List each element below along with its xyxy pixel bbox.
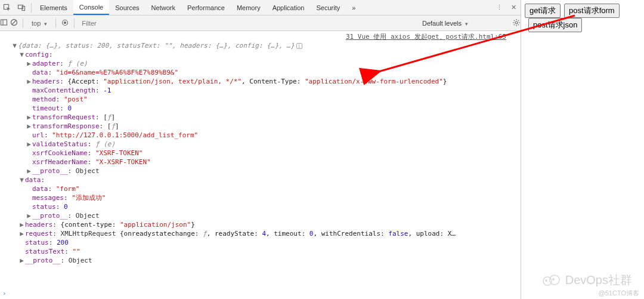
tab-performance[interactable]: Performance	[181, 0, 231, 15]
devtools-tabs: ElementsConsoleSourcesNetworkPerformance…	[34, 0, 346, 15]
inspect-icon[interactable]	[0, 0, 14, 15]
console-line[interactable]: ▶transformResponse: [ƒ]	[12, 122, 521, 131]
console-line: data: "id=6&name=%E7%A6%8F%E7%89%B9&"	[12, 68, 521, 77]
context-selector[interactable]: top	[28, 20, 51, 27]
settings-gear-icon[interactable]	[512, 19, 521, 28]
kebab-menu-icon[interactable]: ⋮	[492, 0, 506, 15]
console-line[interactable]: ▶__proto__: Object	[12, 211, 521, 220]
tab-memory[interactable]: Memory	[231, 0, 267, 15]
page-content: get请求post请求formpost请求json	[521, 0, 644, 299]
watermark: DevOps社群	[541, 272, 632, 288]
console-output: 31 Vue 使用 axios 发起get、post请求.html:65 ▼{d…	[0, 31, 521, 299]
toggle-sidebar-icon[interactable]	[0, 19, 8, 27]
console-line: xsrfHeaderName: "X-XSRF-TOKEN"	[12, 158, 521, 167]
tab-application[interactable]: Application	[267, 0, 311, 15]
console-line: method: "post"	[12, 95, 521, 104]
devtools-panel: ElementsConsoleSourcesNetworkPerformance…	[0, 0, 521, 299]
console-line[interactable]: ▶adapter: ƒ (e)	[12, 59, 521, 68]
svg-point-8	[64, 21, 66, 23]
console-toolbar: top Default levels	[0, 16, 521, 31]
source-link[interactable]: 31 Vue 使用 axios 发起get、post请求.html:65	[0, 32, 521, 41]
page-button[interactable]: get请求	[525, 4, 561, 18]
console-line[interactable]: ▼{data: {…}, status: 200, statusText: ""…	[12, 41, 521, 50]
tab-security[interactable]: Security	[310, 0, 346, 15]
more-tabs[interactable]: »	[346, 4, 361, 11]
svg-rect-3	[1, 20, 7, 25]
page-button-row: get请求post请求formpost请求json	[525, 4, 640, 32]
page-button[interactable]: post请求json	[528, 18, 582, 32]
console-line[interactable]: ▶request: XMLHttpRequest {onreadystatech…	[12, 229, 521, 238]
tab-elements[interactable]: Elements	[34, 0, 73, 15]
svg-point-13	[546, 280, 547, 281]
console-line[interactable]: ▼config:	[12, 50, 521, 59]
console-line[interactable]: ▶validateStatus: ƒ (e)	[12, 140, 521, 149]
clear-console-icon[interactable]	[10, 19, 18, 27]
console-line: status: 200	[12, 238, 521, 247]
device-toggle-icon[interactable]	[14, 0, 29, 15]
devtools-topbar: ElementsConsoleSourcesNetworkPerformance…	[0, 0, 521, 16]
console-line: maxContentLength: -1	[12, 86, 521, 95]
console-line: xsrfCookieName: "XSRF-TOKEN"	[12, 149, 521, 158]
console-line: url: "http://127.0.0.1:5000/add_list_for…	[12, 131, 521, 140]
svg-point-9	[515, 21, 518, 24]
console-line[interactable]: ▶headers: {Accept: "application/json, te…	[12, 77, 521, 86]
console-line[interactable]: ▶headers: {content-type: "application/js…	[12, 220, 521, 229]
console-line: status: 0	[12, 202, 521, 211]
tab-network[interactable]: Network	[145, 0, 181, 15]
console-line: data: "form"	[12, 184, 521, 193]
console-line[interactable]: ▶transformRequest: [ƒ]	[12, 113, 521, 122]
log-levels-selector[interactable]: Default levels	[419, 20, 472, 27]
page-button[interactable]: post请求form	[564, 4, 620, 18]
tab-sources[interactable]: Sources	[109, 0, 145, 15]
live-expression-icon[interactable]	[61, 19, 69, 28]
svg-point-14	[553, 279, 554, 280]
console-line: timeout: 0	[12, 104, 521, 113]
credit-text: @51CTO博客	[599, 289, 639, 298]
console-line[interactable]: ▶__proto__: Object	[12, 256, 521, 265]
console-line: statusText: ""	[12, 247, 521, 256]
console-line[interactable]: ▶__proto__: Object	[12, 167, 521, 175]
console-prompt-icon[interactable]: ›	[2, 289, 7, 298]
console-line: messages: "添加成功"	[12, 193, 521, 202]
context-label: top	[32, 20, 41, 27]
close-icon[interactable]: ✕	[506, 0, 521, 15]
tab-console[interactable]: Console	[73, 0, 109, 15]
filter-input[interactable]	[79, 18, 151, 29]
svg-line-6	[12, 20, 16, 24]
console-line[interactable]: ▼data:	[12, 175, 521, 184]
